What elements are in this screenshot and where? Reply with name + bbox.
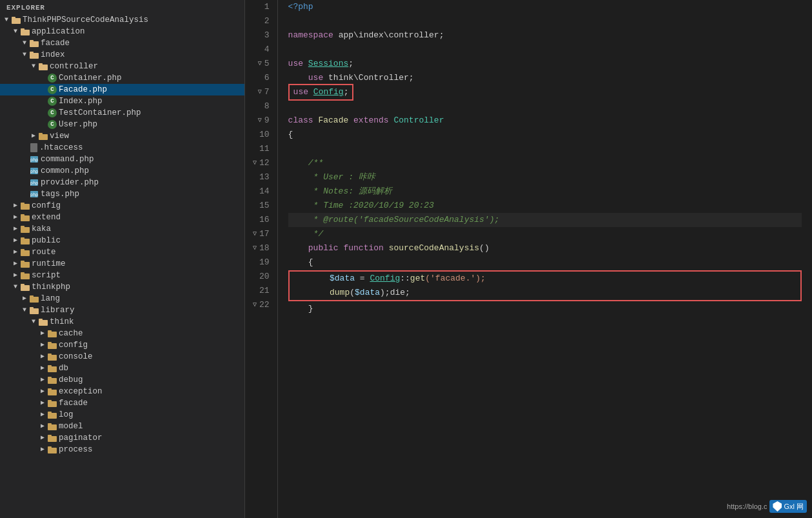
code-line: { — [288, 255, 802, 270]
line-number: 14 — [250, 184, 270, 199]
tree-item-model[interactable]: model — [0, 421, 244, 432]
code-content: <?phpnamespace app\index\controller;use … — [278, 0, 812, 518]
tree-label: thinkphp — [32, 283, 70, 292]
svg-rect-61 — [48, 436, 57, 442]
tree-item-paginator[interactable]: paginator — [0, 432, 244, 444]
tree-item-config[interactable]: config — [0, 200, 244, 212]
code-editor: 1234▽56▽78▽91011▽1213141516▽17▽18192021▽… — [245, 0, 812, 518]
svg-rect-50 — [48, 365, 52, 367]
svg-rect-9 — [39, 63, 43, 65]
svg-rect-29 — [21, 250, 30, 256]
code-token: <?php — [288, 0, 313, 14]
tree-item-kaka[interactable]: kaka — [0, 223, 244, 235]
tree-label: kaka — [32, 224, 51, 234]
svg-rect-30 — [21, 249, 25, 251]
code-line: use Config; — [288, 85, 802, 99]
tree-item-console[interactable]: console — [0, 351, 244, 363]
chevron-icon — [12, 214, 19, 221]
tree-item-tags.php[interactable]: phptags.php — [0, 188, 244, 200]
svg-rect-0 — [12, 18, 21, 24]
chevron-icon — [12, 283, 19, 291]
tree-item-debug[interactable]: debug — [0, 374, 244, 386]
tree-item-provider.php[interactable]: phpprovider.php — [0, 177, 244, 188]
file-icon — [48, 434, 57, 442]
code-line: <?php — [288, 0, 802, 14]
code-token: ( — [350, 286, 355, 300]
svg-rect-51 — [48, 378, 57, 384]
fold-icon[interactable]: ▽ — [250, 301, 259, 310]
tree-label: tags.php — [41, 190, 79, 199]
highlight-box-use-config: use Config; — [288, 84, 354, 101]
svg-rect-35 — [21, 285, 30, 291]
tree-label: process — [59, 445, 93, 454]
tree-item-facade[interactable]: facade — [0, 37, 244, 49]
file-icon — [39, 318, 48, 326]
tree-label: Facade.php — [59, 85, 107, 94]
file-icon — [21, 202, 30, 210]
tree-item-exception[interactable]: exception — [0, 386, 244, 397]
tree-item-process[interactable]: process — [0, 444, 244, 455]
code-token: :: — [400, 272, 410, 286]
chevron-icon — [39, 388, 46, 395]
svg-rect-27 — [21, 239, 30, 244]
fold-icon[interactable]: ▽ — [255, 116, 264, 125]
svg-rect-48 — [48, 354, 52, 355]
svg-rect-32 — [21, 261, 25, 263]
fold-icon[interactable]: ▽ — [255, 59, 264, 68]
tree-item-facade2[interactable]: facade — [0, 397, 244, 409]
file-icon — [48, 376, 57, 384]
fold-icon[interactable]: ▽ — [250, 230, 259, 239]
tree-item-think[interactable]: think — [0, 316, 244, 328]
tree-item-Index.php[interactable]: CIndex.php — [0, 95, 244, 107]
tree-item-thinkphp[interactable]: thinkphp — [0, 281, 244, 293]
tree-item-htaccess[interactable]: .htaccess — [0, 142, 244, 154]
tree-item-runtime[interactable]: runtime — [0, 258, 244, 270]
svg-rect-21 — [21, 204, 30, 210]
file-icon — [21, 248, 30, 256]
tree-item-library[interactable]: library — [0, 304, 244, 316]
line-number: 19 — [250, 255, 270, 270]
tree-item-script[interactable]: script — [0, 270, 244, 281]
line-number: 2 — [250, 14, 270, 28]
tree-item-db[interactable]: db — [0, 363, 244, 374]
file-icon — [48, 423, 57, 430]
tree-label: command.php — [41, 155, 94, 164]
tree-item-common.php[interactable]: phpcommon.php — [0, 165, 244, 177]
tree-item-root[interactable]: ThinkPHPSourceCodeAnalysis — [0, 14, 244, 26]
tree-item-application[interactable]: application — [0, 26, 244, 37]
fold-icon[interactable]: ▽ — [250, 244, 259, 253]
tree-item-public[interactable]: public — [0, 235, 244, 246]
tree-item-controller[interactable]: controller — [0, 61, 244, 72]
chevron-icon — [39, 353, 46, 361]
tree-item-lang[interactable]: lang — [0, 293, 244, 304]
file-icon: php — [30, 190, 39, 198]
tree-item-config2[interactable]: config — [0, 339, 244, 351]
code-token: Sessions — [308, 57, 348, 71]
tree-item-Facade.php[interactable]: CFacade.php — [0, 84, 244, 95]
code-token: * Notes: 源码解析 — [288, 184, 392, 199]
code-line: class Facade extends Controller — [288, 114, 802, 128]
fold-icon[interactable]: ▽ — [255, 88, 264, 97]
tree-item-view[interactable]: view — [0, 130, 244, 142]
file-icon — [48, 330, 57, 337]
tree-label: index — [41, 50, 65, 59]
tree-item-extend[interactable]: extend — [0, 212, 244, 223]
tree-item-command.php[interactable]: phpcommand.php — [0, 154, 244, 165]
tree-item-Container.php[interactable]: CContainer.php — [0, 72, 244, 84]
tree-item-log[interactable]: log — [0, 409, 244, 421]
svg-rect-46 — [48, 342, 52, 344]
fold-icon[interactable]: ▽ — [250, 159, 259, 168]
explorer-title: EXPLORER — [0, 0, 244, 14]
code-token: { — [288, 255, 313, 270]
file-icon — [39, 63, 48, 70]
tree-item-User.php[interactable]: CUser.php — [0, 119, 244, 130]
file-icon: php — [30, 179, 39, 186]
code-token: */ — [288, 227, 324, 241]
svg-rect-53 — [48, 390, 57, 395]
tree-item-route[interactable]: route — [0, 246, 244, 258]
tree-item-cache[interactable]: cache — [0, 328, 244, 339]
line-number: 4 — [250, 43, 270, 57]
tree-item-index[interactable]: index — [0, 49, 244, 61]
chevron-icon — [12, 202, 19, 210]
tree-item-TestContainer.php[interactable]: CTestContainer.php — [0, 107, 244, 119]
